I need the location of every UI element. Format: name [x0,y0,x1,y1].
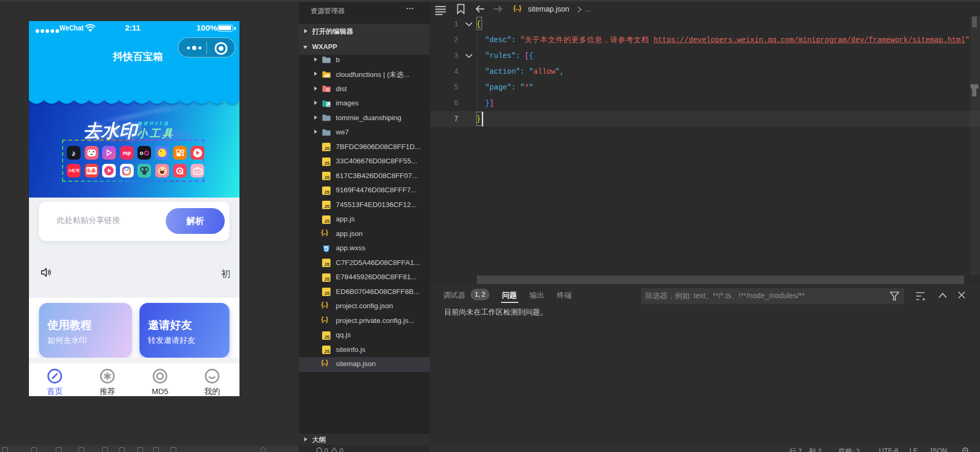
svg-text:bilbil: bilbil [195,170,201,173]
